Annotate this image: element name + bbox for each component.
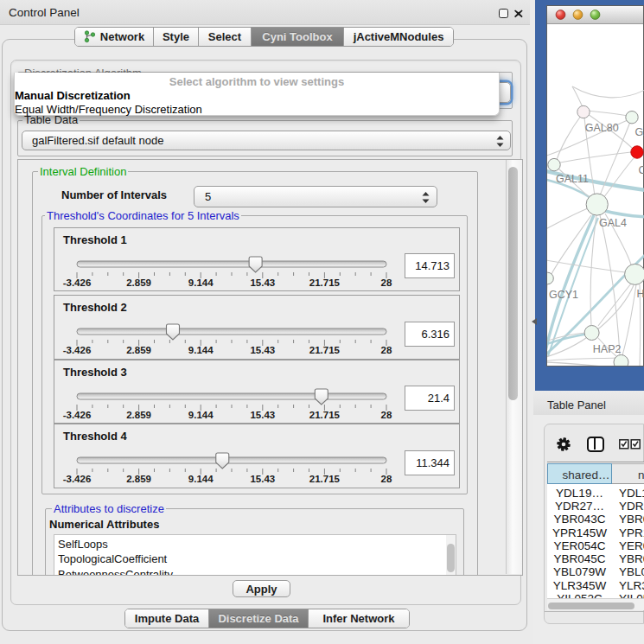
svg-text:15.43: 15.43	[250, 474, 275, 484]
svg-text:9.144: 9.144	[188, 277, 214, 288]
svg-text:28: 28	[381, 277, 392, 288]
svg-text:HAP2: HAP2	[593, 343, 622, 355]
svg-text:2.859: 2.859	[126, 345, 151, 355]
svg-text:-3.426: -3.426	[63, 410, 92, 420]
svg-text:15.43: 15.43	[250, 277, 275, 288]
svg-text:28: 28	[381, 345, 392, 355]
svg-text:9.144: 9.144	[188, 474, 214, 484]
svg-text:-3.426: -3.426	[63, 277, 92, 288]
svg-text:GAL11: GAL11	[556, 173, 589, 185]
svg-text:2.859: 2.859	[126, 474, 151, 484]
svg-text:-3.426: -3.426	[63, 474, 92, 484]
svg-text:CDC2: CDC2	[639, 164, 644, 176]
svg-text:GAL80: GAL80	[585, 122, 619, 134]
svg-text:-3.426: -3.426	[63, 345, 92, 355]
svg-text:21.715: 21.715	[309, 277, 341, 288]
svg-text:15.43: 15.43	[250, 410, 275, 420]
svg-text:GAL1: GAL1	[635, 126, 644, 138]
svg-text:2.859: 2.859	[126, 277, 151, 288]
svg-text:GCY1: GCY1	[549, 289, 578, 301]
svg-text:GAL4: GAL4	[599, 217, 627, 229]
svg-text:2.859: 2.859	[126, 410, 151, 420]
svg-text:HIS4: HIS4	[637, 288, 644, 300]
svg-text:15.43: 15.43	[250, 345, 275, 355]
svg-text:9.144: 9.144	[188, 345, 214, 355]
svg-text:9.144: 9.144	[188, 410, 214, 420]
svg-text:21.715: 21.715	[309, 474, 341, 484]
svg-text:28: 28	[381, 410, 392, 420]
svg-text:28: 28	[381, 474, 392, 484]
svg-text:21.715: 21.715	[309, 410, 341, 420]
svg-text:21.715: 21.715	[309, 345, 341, 355]
